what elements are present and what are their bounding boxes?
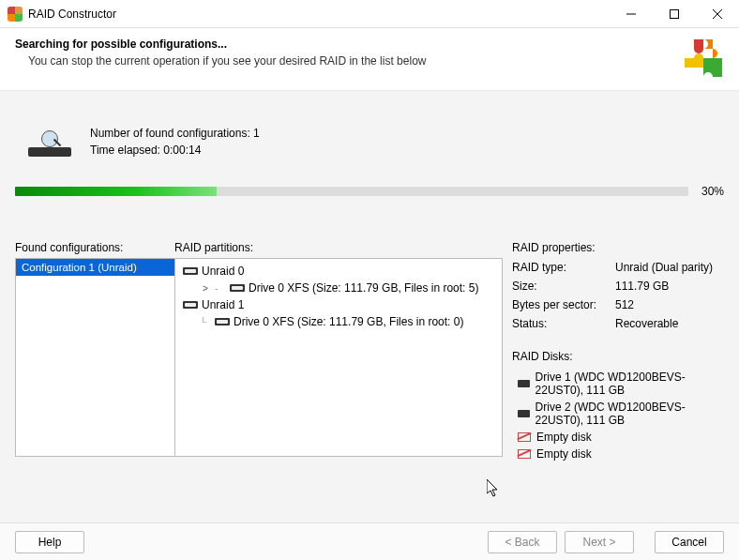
cancel-button[interactable]: Cancel <box>655 531 724 553</box>
tree-node[interactable]: Unraid 1 <box>177 296 500 313</box>
svg-rect-1 <box>671 9 679 18</box>
header: Searching for possible configurations...… <box>0 28 739 91</box>
raid-disk-item: Drive 1 (WDC WD1200BEVS-22UST0), 111 GB <box>512 369 724 399</box>
raid-disk-item: Drive 2 (WDC WD1200BEVS-22UST0), 111 GB <box>512 399 724 429</box>
found-configurations-list[interactable]: Configuration 1 (Unraid) <box>15 258 174 457</box>
chevron-right-icon[interactable]: > <box>200 283 211 294</box>
magnifier-icon <box>28 130 71 157</box>
raid-disk-item: Empty disk <box>512 429 724 446</box>
maximize-button[interactable] <box>653 0 696 28</box>
help-button[interactable]: Help <box>15 531 84 553</box>
found-label: Found configurations: <box>15 241 174 254</box>
drive-icon <box>230 284 245 292</box>
empty-disk-icon <box>518 432 531 442</box>
minimize-button[interactable] <box>610 0 653 28</box>
drive-icon <box>183 267 198 275</box>
properties-label: RAID properties: <box>503 241 724 254</box>
tree-node[interactable]: └Drive 0 XFS (Size: 111.79 GB, Files in … <box>177 313 500 330</box>
progress-fill <box>15 187 217 196</box>
next-button[interactable]: Next > <box>565 531 634 553</box>
found-count-line: Number of found configurations: 1 <box>90 127 260 140</box>
elapsed-line: Time elapsed: 0:00:14 <box>90 144 260 157</box>
drive-icon <box>215 318 230 325</box>
back-button[interactable]: < Back <box>488 531 557 553</box>
raid-partitions-tree[interactable]: Unraid 0>-Drive 0 XFS (Size: 111.79 GB, … <box>174 258 503 457</box>
tree-node-label: Unraid 1 <box>202 298 244 311</box>
progress-bar <box>15 187 688 196</box>
partitions-label: RAID partitions: <box>174 241 503 254</box>
header-title: Searching for possible configurations... <box>15 38 227 51</box>
content-area: Number of found configurations: 1 Time e… <box>0 91 739 535</box>
drive-icon <box>518 410 530 417</box>
header-subtitle: You can stop the current operation if yo… <box>28 54 426 68</box>
close-button[interactable] <box>696 0 739 28</box>
tree-node-label: Drive 0 XFS (Size: 111.79 GB, Files in r… <box>249 281 478 295</box>
puzzle-icon <box>683 38 724 79</box>
progress-row: 30% <box>15 185 724 198</box>
status-row: Number of found configurations: 1 Time e… <box>28 127 724 160</box>
window-title: RAID Constructor <box>28 8 610 21</box>
progress-percent: 30% <box>701 185 724 198</box>
tree-node[interactable]: Unraid 0 <box>177 263 500 280</box>
tree-node[interactable]: >-Drive 0 XFS (Size: 111.79 GB, Files in… <box>177 280 500 296</box>
tree-node-label: Drive 0 XFS (Size: 111.79 GB, Files in r… <box>234 315 463 328</box>
bottom-bar: Help < Back Next > Cancel <box>0 522 739 560</box>
drive-icon <box>518 380 530 387</box>
raid-disks-label: RAID Disks: <box>512 350 724 363</box>
empty-disk-icon <box>518 449 531 459</box>
raid-disk-item: Empty disk <box>512 446 724 462</box>
tree-node-label: Unraid 0 <box>202 265 244 278</box>
titlebar: RAID Constructor <box>0 0 739 28</box>
drive-icon <box>183 301 198 309</box>
found-configuration-item[interactable]: Configuration 1 (Unraid) <box>16 259 174 276</box>
app-icon <box>8 7 23 22</box>
raid-properties-panel: RAID type:Unraid (Dual parity) Size:111.… <box>503 258 724 462</box>
